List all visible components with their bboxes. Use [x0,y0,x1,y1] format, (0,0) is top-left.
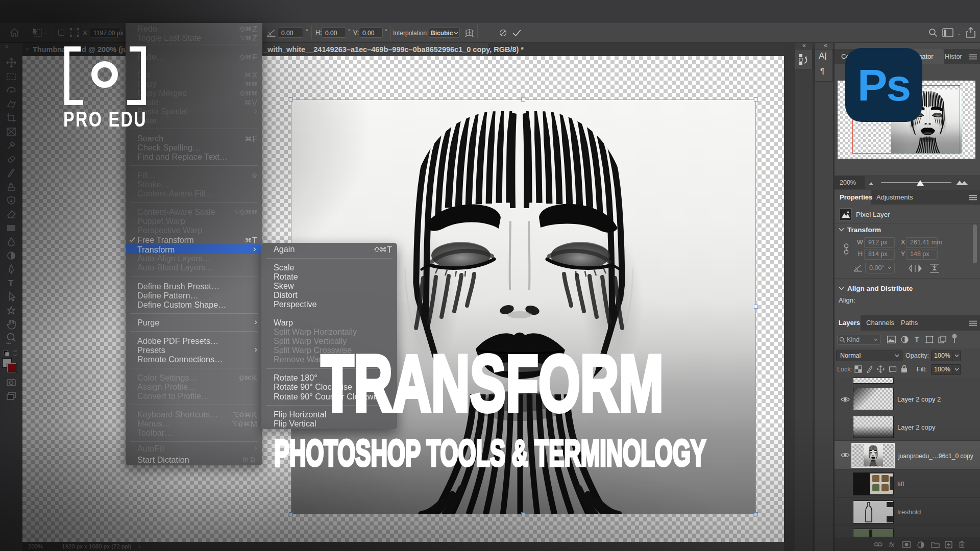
svg-text:PRO EDU: PRO EDU [63,107,147,129]
svg-text:T: T [8,279,14,288]
